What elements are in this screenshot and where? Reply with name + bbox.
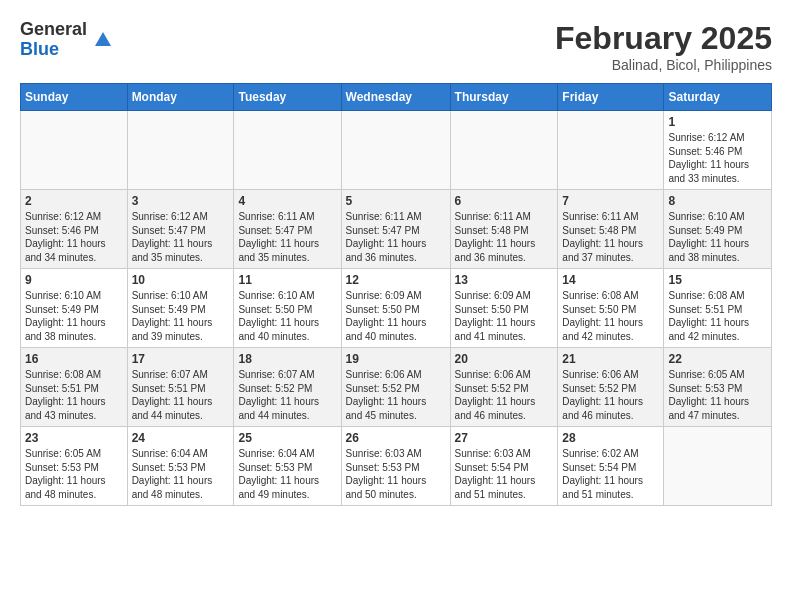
day-number: 19	[346, 352, 446, 366]
calendar-week-row: 2Sunrise: 6:12 AM Sunset: 5:46 PM Daylig…	[21, 190, 772, 269]
calendar-cell: 10Sunrise: 6:10 AM Sunset: 5:49 PM Dayli…	[127, 269, 234, 348]
calendar-cell: 13Sunrise: 6:09 AM Sunset: 5:50 PM Dayli…	[450, 269, 558, 348]
title-block: February 2025 Balinad, Bicol, Philippine…	[555, 20, 772, 73]
day-info: Sunrise: 6:03 AM Sunset: 5:54 PM Dayligh…	[455, 447, 554, 501]
day-number: 26	[346, 431, 446, 445]
day-number: 25	[238, 431, 336, 445]
calendar-cell: 16Sunrise: 6:08 AM Sunset: 5:51 PM Dayli…	[21, 348, 128, 427]
day-info: Sunrise: 6:11 AM Sunset: 5:48 PM Dayligh…	[455, 210, 554, 264]
logo-icon	[91, 28, 115, 52]
calendar-cell: 19Sunrise: 6:06 AM Sunset: 5:52 PM Dayli…	[341, 348, 450, 427]
calendar-week-row: 1Sunrise: 6:12 AM Sunset: 5:46 PM Daylig…	[21, 111, 772, 190]
calendar-cell: 8Sunrise: 6:10 AM Sunset: 5:49 PM Daylig…	[664, 190, 772, 269]
day-info: Sunrise: 6:11 AM Sunset: 5:47 PM Dayligh…	[346, 210, 446, 264]
day-number: 24	[132, 431, 230, 445]
day-number: 1	[668, 115, 767, 129]
day-info: Sunrise: 6:10 AM Sunset: 5:49 PM Dayligh…	[668, 210, 767, 264]
logo-general-text: General	[20, 20, 87, 40]
calendar-cell: 7Sunrise: 6:11 AM Sunset: 5:48 PM Daylig…	[558, 190, 664, 269]
month-year-title: February 2025	[555, 20, 772, 57]
calendar-table: SundayMondayTuesdayWednesdayThursdayFrid…	[20, 83, 772, 506]
calendar-cell: 1Sunrise: 6:12 AM Sunset: 5:46 PM Daylig…	[664, 111, 772, 190]
day-info: Sunrise: 6:04 AM Sunset: 5:53 PM Dayligh…	[132, 447, 230, 501]
calendar-week-row: 9Sunrise: 6:10 AM Sunset: 5:49 PM Daylig…	[21, 269, 772, 348]
column-header-sunday: Sunday	[21, 84, 128, 111]
day-info: Sunrise: 6:08 AM Sunset: 5:50 PM Dayligh…	[562, 289, 659, 343]
calendar-cell: 2Sunrise: 6:12 AM Sunset: 5:46 PM Daylig…	[21, 190, 128, 269]
day-info: Sunrise: 6:04 AM Sunset: 5:53 PM Dayligh…	[238, 447, 336, 501]
location-subtitle: Balinad, Bicol, Philippines	[555, 57, 772, 73]
calendar-week-row: 16Sunrise: 6:08 AM Sunset: 5:51 PM Dayli…	[21, 348, 772, 427]
day-info: Sunrise: 6:08 AM Sunset: 5:51 PM Dayligh…	[668, 289, 767, 343]
day-number: 20	[455, 352, 554, 366]
calendar-cell: 11Sunrise: 6:10 AM Sunset: 5:50 PM Dayli…	[234, 269, 341, 348]
day-number: 18	[238, 352, 336, 366]
day-number: 28	[562, 431, 659, 445]
calendar-cell: 24Sunrise: 6:04 AM Sunset: 5:53 PM Dayli…	[127, 427, 234, 506]
day-info: Sunrise: 6:06 AM Sunset: 5:52 PM Dayligh…	[346, 368, 446, 422]
day-number: 16	[25, 352, 123, 366]
day-number: 9	[25, 273, 123, 287]
day-number: 17	[132, 352, 230, 366]
day-info: Sunrise: 6:11 AM Sunset: 5:47 PM Dayligh…	[238, 210, 336, 264]
page-header: General Blue February 2025 Balinad, Bico…	[20, 20, 772, 73]
day-info: Sunrise: 6:12 AM Sunset: 5:46 PM Dayligh…	[25, 210, 123, 264]
calendar-header-row: SundayMondayTuesdayWednesdayThursdayFrid…	[21, 84, 772, 111]
calendar-cell: 9Sunrise: 6:10 AM Sunset: 5:49 PM Daylig…	[21, 269, 128, 348]
day-number: 14	[562, 273, 659, 287]
calendar-cell	[664, 427, 772, 506]
day-number: 2	[25, 194, 123, 208]
calendar-cell: 18Sunrise: 6:07 AM Sunset: 5:52 PM Dayli…	[234, 348, 341, 427]
calendar-cell	[341, 111, 450, 190]
column-header-saturday: Saturday	[664, 84, 772, 111]
calendar-cell	[21, 111, 128, 190]
day-number: 23	[25, 431, 123, 445]
day-number: 3	[132, 194, 230, 208]
day-info: Sunrise: 6:05 AM Sunset: 5:53 PM Dayligh…	[25, 447, 123, 501]
svg-marker-0	[95, 32, 111, 46]
day-info: Sunrise: 6:07 AM Sunset: 5:51 PM Dayligh…	[132, 368, 230, 422]
day-info: Sunrise: 6:08 AM Sunset: 5:51 PM Dayligh…	[25, 368, 123, 422]
day-info: Sunrise: 6:12 AM Sunset: 5:47 PM Dayligh…	[132, 210, 230, 264]
calendar-cell: 17Sunrise: 6:07 AM Sunset: 5:51 PM Dayli…	[127, 348, 234, 427]
day-number: 7	[562, 194, 659, 208]
calendar-cell: 23Sunrise: 6:05 AM Sunset: 5:53 PM Dayli…	[21, 427, 128, 506]
calendar-cell: 12Sunrise: 6:09 AM Sunset: 5:50 PM Dayli…	[341, 269, 450, 348]
calendar-week-row: 23Sunrise: 6:05 AM Sunset: 5:53 PM Dayli…	[21, 427, 772, 506]
day-info: Sunrise: 6:02 AM Sunset: 5:54 PM Dayligh…	[562, 447, 659, 501]
day-info: Sunrise: 6:09 AM Sunset: 5:50 PM Dayligh…	[455, 289, 554, 343]
day-number: 8	[668, 194, 767, 208]
calendar-cell: 22Sunrise: 6:05 AM Sunset: 5:53 PM Dayli…	[664, 348, 772, 427]
day-info: Sunrise: 6:10 AM Sunset: 5:50 PM Dayligh…	[238, 289, 336, 343]
day-info: Sunrise: 6:09 AM Sunset: 5:50 PM Dayligh…	[346, 289, 446, 343]
logo-blue-text: Blue	[20, 40, 87, 60]
calendar-cell: 25Sunrise: 6:04 AM Sunset: 5:53 PM Dayli…	[234, 427, 341, 506]
calendar-cell: 21Sunrise: 6:06 AM Sunset: 5:52 PM Dayli…	[558, 348, 664, 427]
day-info: Sunrise: 6:06 AM Sunset: 5:52 PM Dayligh…	[455, 368, 554, 422]
calendar-cell: 15Sunrise: 6:08 AM Sunset: 5:51 PM Dayli…	[664, 269, 772, 348]
calendar-cell	[558, 111, 664, 190]
day-info: Sunrise: 6:05 AM Sunset: 5:53 PM Dayligh…	[668, 368, 767, 422]
day-number: 13	[455, 273, 554, 287]
day-number: 27	[455, 431, 554, 445]
calendar-cell: 14Sunrise: 6:08 AM Sunset: 5:50 PM Dayli…	[558, 269, 664, 348]
column-header-monday: Monday	[127, 84, 234, 111]
calendar-cell: 4Sunrise: 6:11 AM Sunset: 5:47 PM Daylig…	[234, 190, 341, 269]
calendar-cell: 3Sunrise: 6:12 AM Sunset: 5:47 PM Daylig…	[127, 190, 234, 269]
calendar-cell	[450, 111, 558, 190]
day-info: Sunrise: 6:11 AM Sunset: 5:48 PM Dayligh…	[562, 210, 659, 264]
calendar-cell: 28Sunrise: 6:02 AM Sunset: 5:54 PM Dayli…	[558, 427, 664, 506]
day-info: Sunrise: 6:06 AM Sunset: 5:52 PM Dayligh…	[562, 368, 659, 422]
day-number: 15	[668, 273, 767, 287]
day-info: Sunrise: 6:10 AM Sunset: 5:49 PM Dayligh…	[25, 289, 123, 343]
column-header-thursday: Thursday	[450, 84, 558, 111]
calendar-cell: 20Sunrise: 6:06 AM Sunset: 5:52 PM Dayli…	[450, 348, 558, 427]
day-info: Sunrise: 6:03 AM Sunset: 5:53 PM Dayligh…	[346, 447, 446, 501]
day-info: Sunrise: 6:12 AM Sunset: 5:46 PM Dayligh…	[668, 131, 767, 185]
calendar-cell: 6Sunrise: 6:11 AM Sunset: 5:48 PM Daylig…	[450, 190, 558, 269]
column-header-wednesday: Wednesday	[341, 84, 450, 111]
calendar-cell	[127, 111, 234, 190]
day-number: 21	[562, 352, 659, 366]
calendar-cell: 27Sunrise: 6:03 AM Sunset: 5:54 PM Dayli…	[450, 427, 558, 506]
day-number: 12	[346, 273, 446, 287]
